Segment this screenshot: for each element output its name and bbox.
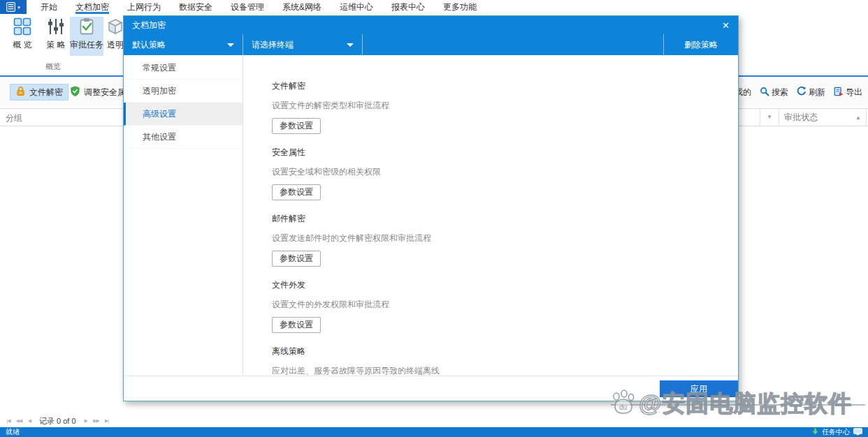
menu-items: 开始 文档加密 上网行为 数据安全 设备管理 系统&网络 运维中心 报表中心 更… — [27, 0, 477, 14]
doc-encryption-dialog: 文档加密 ✕ 默认策略 请选择终端 删除策略 常规设置 透明加密 高级设置 其他… — [123, 15, 739, 401]
dialog-titlebar: 文档加密 ✕ — [124, 16, 738, 34]
nav-item-general-settings[interactable]: 常规设置 — [124, 57, 243, 80]
export-link[interactable]: 导出 — [834, 87, 862, 98]
tool-transparent-label: 透明 — [107, 39, 124, 51]
statusbar: 就绪 任务中心 — [0, 427, 868, 437]
refresh-label: 刷新 — [809, 87, 825, 98]
chevron-down-icon — [227, 43, 234, 47]
dialog-toolbar: 默认策略 请选择终端 删除策略 — [124, 34, 738, 55]
chevron-down-icon: ▾ — [17, 5, 20, 10]
search-icon — [760, 87, 769, 98]
cube-icon — [106, 17, 125, 36]
menu-item-ops-center[interactable]: 运维中心 — [340, 0, 373, 14]
menu-item-report-center[interactable]: 报表中心 — [391, 0, 425, 14]
param-settings-button[interactable]: 参数设置 — [272, 118, 321, 134]
section-offline-policy: 离线策略 应对出差、服务器故障等原因导致的终端离线 — [272, 346, 738, 376]
next-page-button[interactable]: ▶ — [82, 418, 90, 424]
app-logo-icon — [6, 2, 15, 12]
section-title: 邮件解密 — [272, 213, 738, 225]
dialog-toolbar-spacer — [363, 34, 664, 55]
refresh-link[interactable]: 刷新 — [797, 87, 825, 98]
delete-policy-button[interactable]: 删除策略 — [664, 34, 738, 55]
nav-item-transparent-encryption[interactable]: 透明加密 — [124, 80, 243, 103]
pagination-bar: |◀ ◀◀ ◀ 记录 0 of 0 ▶ ▶▶ ▶| — [0, 415, 868, 427]
approval-status-label: 审批状态 — [784, 112, 818, 124]
dialog-nav: 常规设置 透明加密 高级设置 其他设置 — [124, 55, 243, 376]
fast-prev-button[interactable]: ◀◀ — [15, 418, 23, 424]
section-title: 文件解密 — [272, 80, 738, 92]
column-header-approval-status[interactable]: 审批状态 ▲ — [779, 109, 867, 126]
section-desc: 应对出差、服务器故障等原因导致的终端离线 — [272, 365, 738, 376]
apply-button[interactable]: 应用 — [660, 380, 738, 397]
ribbon-group-label: 概览 — [0, 61, 106, 72]
task-center-link[interactable]: 任务中心 — [822, 427, 850, 437]
tool-overview[interactable]: 概 览 — [6, 17, 39, 56]
policy-dropdown-value: 默认策略 — [132, 39, 166, 51]
section-title: 离线策略 — [272, 346, 738, 357]
dialog-title: 文档加密 — [132, 20, 166, 31]
sliders-icon — [46, 17, 66, 36]
menu-item-system-network[interactable]: 系统&网络 — [282, 0, 321, 14]
section-file-decrypt: 文件解密 设置文件的解密类型和审批流程 参数设置 — [272, 80, 738, 147]
column-header-group[interactable]: 分组 — [6, 112, 22, 124]
table-header-right: ▼ 审批状态 ▲ — [760, 109, 867, 126]
file-decrypt-label: 文件解密 — [29, 87, 63, 98]
dialog-footer: 应用 — [124, 376, 738, 401]
statusbar-right: 任务中心 — [812, 427, 862, 437]
section-security-attr: 安全属性 设置安全域和密级的相关权限 参数设置 — [272, 147, 738, 213]
download-arrow-icon — [812, 428, 818, 436]
export-icon — [834, 87, 844, 98]
chevron-down-icon — [347, 43, 354, 47]
search-link[interactable]: 搜索 — [760, 87, 788, 98]
watermark-line — [611, 404, 865, 406]
menu-item-more[interactable]: 更多功能 — [443, 0, 477, 14]
section-desc: 设置文件的外发权限和审批流程 — [272, 299, 738, 311]
actions-right-links: 抄送我的 搜索 刷新 — [718, 84, 862, 101]
menu-item-data-security[interactable]: 数据安全 — [179, 0, 212, 14]
terminal-dropdown-value: 请选择终端 — [252, 39, 294, 51]
search-label: 搜索 — [772, 87, 788, 98]
menu-item-doc-encryption[interactable]: 文档加密 — [75, 0, 109, 14]
lock-icon — [15, 86, 26, 98]
menu-item-web-behavior[interactable]: 上网行为 — [127, 0, 161, 14]
filter-dropdown-icon[interactable]: ▼ — [760, 109, 779, 126]
menu-item-start[interactable]: 开始 — [41, 0, 57, 14]
section-desc: 设置文件的解密类型和审批流程 — [272, 100, 738, 112]
section-desc: 设置发送邮件时的文件解密权限和审批流程 — [272, 232, 738, 244]
menubar: ▾ 开始 文档加密 上网行为 数据安全 设备管理 系统&网络 运维中心 报表中心… — [0, 0, 868, 14]
menu-item-device-mgmt[interactable]: 设备管理 — [231, 0, 264, 14]
sort-up-icon: ▲ — [855, 114, 861, 121]
section-file-outgoing: 文件外发 设置文件的外发权限和审批流程 参数设置 — [272, 279, 738, 346]
param-settings-button[interactable]: 参数设置 — [272, 251, 321, 267]
terminal-dropdown[interactable]: 请选择终端 — [243, 34, 363, 55]
nav-item-advanced-settings[interactable]: 高级设置 — [124, 103, 243, 126]
export-label: 导出 — [846, 87, 862, 98]
first-page-button[interactable]: |◀ — [4, 418, 13, 424]
record-count-label: 记录 0 of 0 — [39, 416, 76, 427]
refresh-icon — [797, 87, 806, 98]
tool-policy-label: 策 略 — [46, 39, 65, 51]
policy-dropdown[interactable]: 默认策略 — [124, 34, 243, 55]
file-decrypt-button[interactable]: 文件解密 — [10, 84, 68, 101]
nav-item-other-settings[interactable]: 其他设置 — [124, 126, 243, 149]
section-desc: 设置安全域和密级的相关权限 — [272, 166, 738, 178]
app-menu-button[interactable]: ▾ — [0, 0, 27, 14]
section-mail-decrypt: 邮件解密 设置发送邮件时的文件解密权限和审批流程 参数设置 — [272, 213, 738, 279]
status-ready-label: 就绪 — [6, 427, 20, 437]
clipboard-check-icon — [77, 17, 96, 36]
section-title: 文件外发 — [272, 279, 738, 291]
shield-icon — [70, 86, 80, 98]
tool-policy[interactable]: 策 略 — [39, 17, 73, 56]
param-settings-button[interactable]: 参数设置 — [272, 184, 321, 200]
prev-page-button[interactable]: ◀ — [25, 418, 34, 424]
param-settings-button[interactable]: 参数设置 — [272, 317, 321, 333]
last-page-button[interactable]: ▶| — [103, 418, 111, 424]
close-icon[interactable]: ✕ — [722, 21, 730, 30]
dialog-content: 文件解密 设置文件的解密类型和审批流程 参数设置 安全属性 设置安全域和密级的相… — [244, 55, 738, 376]
monitor-icon[interactable] — [853, 428, 862, 437]
fast-next-button[interactable]: ▶▶ — [92, 418, 101, 424]
grid-icon — [13, 17, 32, 36]
tool-overview-label: 概 览 — [13, 39, 31, 51]
section-title: 安全属性 — [272, 147, 738, 158]
